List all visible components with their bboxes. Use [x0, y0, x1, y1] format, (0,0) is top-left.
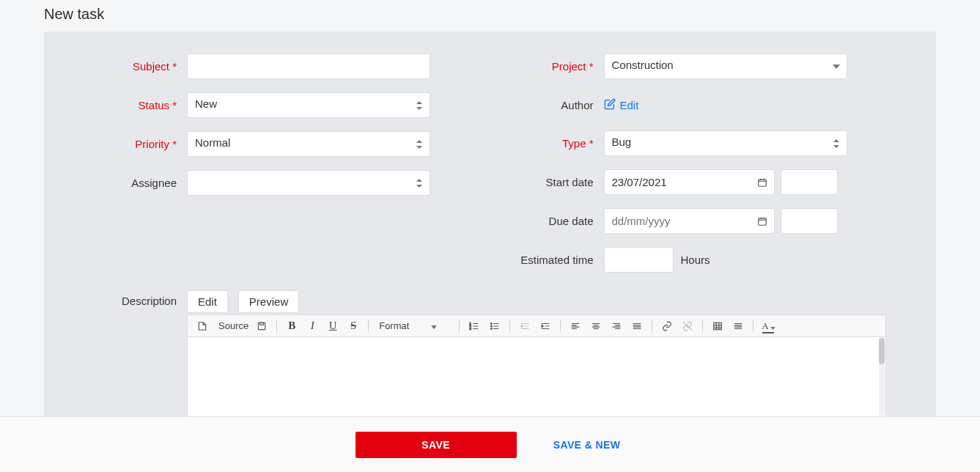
toolbar-separator: [368, 320, 369, 333]
assignee-select[interactable]: [187, 170, 430, 196]
type-select[interactable]: Bug: [604, 130, 847, 156]
label-author: Author: [490, 99, 604, 111]
svg-rect-3: [260, 322, 264, 325]
row-estimated-time: Estimated time Hours: [490, 247, 907, 273]
footer-bar: SAVE SAVE & NEW: [0, 416, 980, 472]
chevron-down-icon: [770, 320, 775, 332]
description-tabs: Edit Preview: [187, 290, 907, 313]
estimated-time-unit: Hours: [681, 254, 710, 266]
label-status: Status: [73, 99, 187, 111]
row-author: Author Edit: [490, 92, 907, 117]
toolbar-separator: [560, 320, 561, 333]
page-title: New task: [0, 0, 980, 32]
row-assignee: Assignee: [73, 170, 490, 196]
form-panel: Subject Status New: [44, 32, 936, 432]
tab-preview[interactable]: Preview: [238, 290, 299, 313]
author-edit-label: Edit: [620, 99, 639, 111]
due-date-extra-input[interactable]: [781, 208, 838, 234]
description-editor[interactable]: [187, 336, 886, 417]
toolbar-source-label[interactable]: Source: [213, 320, 251, 331]
label-subject: Subject: [73, 60, 187, 73]
author-edit-link[interactable]: Edit: [604, 98, 639, 112]
svg-point-9: [491, 328, 493, 329]
row-status: Status New: [73, 92, 490, 118]
label-assignee: Assignee: [73, 177, 187, 189]
status-select[interactable]: New: [187, 92, 430, 118]
edit-icon: [604, 98, 616, 112]
right-column: Project Construction Author: [490, 54, 907, 286]
estimated-time-input[interactable]: [604, 247, 674, 273]
form-grid: Subject Status New: [73, 54, 907, 286]
toolbar-separator: [459, 320, 460, 333]
svg-rect-10: [714, 322, 722, 329]
start-date-input[interactable]: [604, 169, 775, 195]
format-dropdown[interactable]: Format: [373, 320, 454, 331]
priority-select[interactable]: Normal: [187, 131, 430, 157]
bold-icon[interactable]: B: [281, 317, 302, 336]
ordered-list-icon[interactable]: 123: [464, 317, 485, 336]
text-color-icon[interactable]: A: [758, 317, 778, 336]
align-left-icon[interactable]: [565, 317, 586, 336]
label-project: Project: [490, 60, 604, 73]
scrollbar-thumb[interactable]: [879, 338, 885, 364]
tab-edit[interactable]: Edit: [187, 290, 228, 313]
table-icon[interactable]: [707, 317, 728, 336]
row-type: Type Bug: [490, 130, 907, 156]
label-start-date: Start date: [490, 176, 604, 188]
format-label: Format: [379, 320, 409, 331]
description-body: Edit Preview Source B I U S: [187, 290, 907, 417]
toolbar-separator: [509, 320, 510, 333]
row-project: Project Construction: [490, 54, 907, 79]
strikethrough-icon[interactable]: S: [343, 317, 364, 336]
align-right-icon[interactable]: [606, 317, 627, 336]
project-select[interactable]: Construction: [604, 54, 847, 79]
indent-icon[interactable]: [535, 317, 556, 336]
italic-icon[interactable]: I: [302, 317, 323, 336]
unlink-icon: [677, 317, 698, 336]
label-priority: Priority: [73, 138, 187, 150]
left-column: Subject Status New: [73, 54, 490, 286]
source-icon[interactable]: [192, 317, 213, 336]
svg-rect-2: [259, 322, 265, 329]
toolbar-separator: [652, 320, 652, 333]
svg-point-8: [491, 325, 493, 327]
outdent-icon: [515, 317, 535, 336]
toolbar-separator: [702, 320, 703, 333]
row-start-date: Start date: [490, 169, 907, 195]
editor-scrollbar[interactable]: [879, 338, 885, 416]
row-description: Description Edit Preview Source B: [73, 290, 907, 417]
toolbar-separator: [753, 320, 754, 333]
label-estimated-time: Estimated time: [490, 254, 604, 266]
align-center-icon[interactable]: [586, 317, 606, 336]
page-root: New task Subject Status New: [0, 0, 980, 472]
row-priority: Priority Normal: [73, 131, 490, 157]
label-type: Type: [490, 137, 604, 150]
label-description: Description: [73, 290, 187, 417]
save-and-new-button[interactable]: SAVE & NEW: [549, 438, 625, 451]
link-icon[interactable]: [657, 317, 677, 336]
due-date-input[interactable]: [604, 208, 775, 234]
row-subject: Subject: [73, 54, 490, 79]
svg-text:3: 3: [470, 326, 472, 330]
save-doc-icon[interactable]: [251, 317, 272, 336]
align-justify-icon[interactable]: [627, 317, 647, 336]
save-button[interactable]: SAVE: [355, 432, 517, 458]
row-due-date: Due date: [490, 208, 907, 234]
underline-icon[interactable]: U: [323, 317, 343, 336]
svg-point-7: [491, 322, 493, 324]
toolbar-separator: [276, 320, 277, 333]
unordered-list-icon[interactable]: [485, 317, 505, 336]
chevron-down-icon: [431, 320, 437, 331]
label-due-date: Due date: [490, 215, 604, 227]
hr-icon[interactable]: [728, 317, 748, 336]
editor-toolbar: Source B I U S Format: [187, 314, 886, 336]
subject-input[interactable]: [187, 54, 430, 79]
start-date-extra-input[interactable]: [781, 169, 838, 195]
